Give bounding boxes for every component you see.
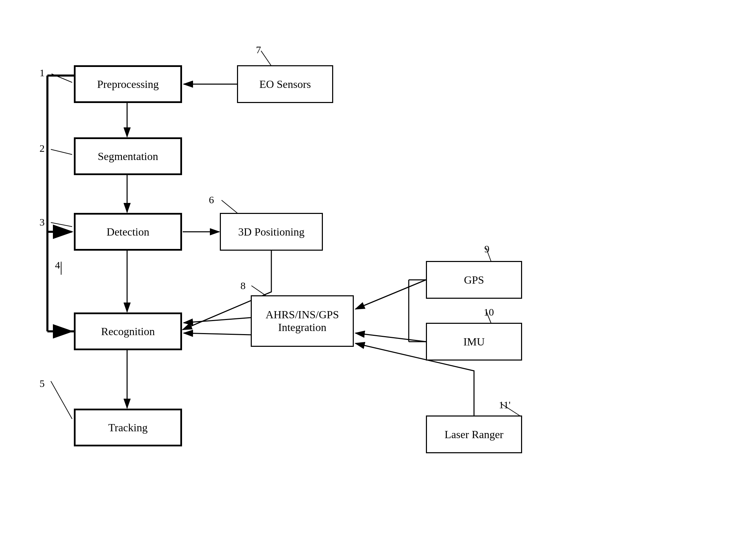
diagram: Preprocessing EO Sensors Segmentation De… (0, 0, 756, 547)
label-1: 1 (40, 67, 45, 79)
imu-label: IMU (463, 335, 485, 348)
label-4: 4 (55, 259, 60, 271)
svg-line-22 (51, 223, 72, 227)
tracking-box: Tracking (74, 409, 182, 446)
svg-line-21 (51, 149, 72, 155)
ahrs-box: AHRS/INS/GPS Integration (251, 295, 354, 347)
label-11: 11' (499, 399, 510, 411)
label-6: 6 (209, 194, 214, 206)
positioning-box: 3D Positioning (220, 213, 323, 251)
svg-line-13 (184, 318, 251, 323)
preprocessing-label: Preprocessing (97, 78, 159, 91)
preprocessing-box: Preprocessing (74, 65, 182, 103)
segmentation-box: Segmentation (74, 137, 182, 175)
label-7: 7 (256, 44, 261, 56)
detection-label: Detection (106, 226, 149, 238)
svg-line-15 (356, 280, 426, 309)
detection-box: Detection (74, 213, 182, 251)
label-5: 5 (40, 378, 45, 389)
svg-line-24 (51, 381, 72, 419)
imu-box: IMU (426, 323, 522, 361)
label-9: 9 (484, 243, 489, 255)
svg-line-20 (52, 74, 72, 82)
ahrs-label: AHRS/INS/GPS Integration (266, 308, 339, 334)
recognition-box: Recognition (74, 312, 182, 350)
recognition-label: Recognition (101, 325, 155, 338)
eo-sensors-box: EO Sensors (237, 65, 333, 103)
label-3: 3 (40, 216, 45, 228)
positioning-label: 3D Positioning (238, 226, 305, 238)
gps-box: GPS (426, 261, 522, 299)
label-2: 2 (40, 143, 45, 154)
label-8: 8 (240, 280, 246, 292)
svg-line-14 (184, 333, 251, 335)
tracking-label: Tracking (108, 421, 147, 434)
eo-sensors-label: EO Sensors (259, 78, 311, 91)
gps-label: GPS (464, 274, 484, 286)
segmentation-label: Segmentation (98, 150, 158, 163)
laser-label: Laser Ranger (444, 428, 503, 441)
label-10: 10 (484, 306, 494, 318)
svg-line-26 (261, 51, 271, 66)
laser-box: Laser Ranger (426, 415, 522, 453)
svg-line-16 (356, 333, 426, 342)
